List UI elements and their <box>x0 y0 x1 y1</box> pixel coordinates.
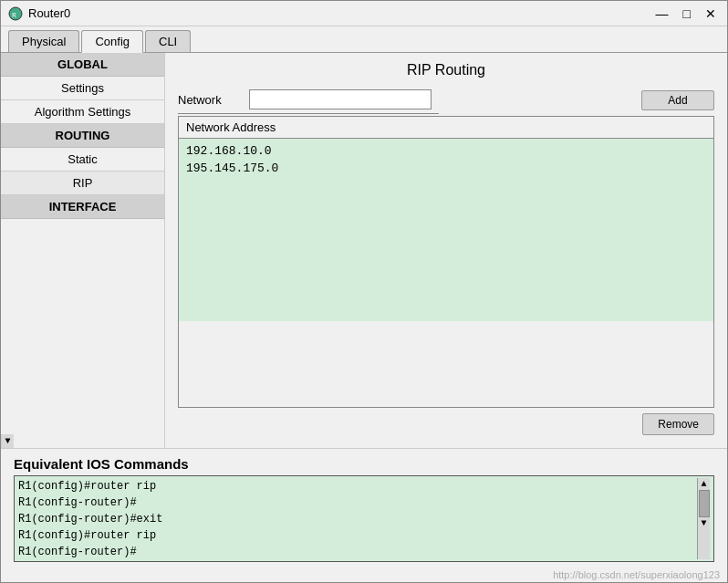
tab-config[interactable]: Config <box>81 30 143 53</box>
ios-line: R1(config-router)# <box>18 495 693 511</box>
ios-scrollbar-thumb[interactable] <box>699 490 710 517</box>
sidebar-item-settings[interactable]: Settings <box>1 77 164 100</box>
title-bar-left: R Router0 <box>8 6 70 21</box>
sidebar-item-algorithm-settings[interactable]: Algorithm Settings <box>1 100 164 124</box>
sidebar-scroll-down-icon[interactable]: ▼ <box>3 434 12 448</box>
tab-cli[interactable]: CLI <box>145 30 191 52</box>
ios-scroll-up-icon[interactable]: ▲ <box>701 478 706 490</box>
watermark: http://blog.csdn.net/superxiaolong123 <box>1 567 727 582</box>
sidebar-header-routing: ROUTING <box>1 124 164 148</box>
network-table-header: Network Address <box>179 117 713 139</box>
sidebar-inner: GLOBAL Settings Algorithm Settings ROUTI… <box>1 53 164 434</box>
remove-button[interactable]: Remove <box>642 413 714 435</box>
sidebar-item-static[interactable]: Static <box>1 148 164 172</box>
ios-commands-text: R1(config)#router rip R1(config-router)#… <box>18 478 693 559</box>
panel-title: RIP Routing <box>178 62 714 78</box>
main-window: R Router0 — □ ✕ Physical Config CLI GLOB… <box>0 0 728 583</box>
ios-line: R1(config-router)# <box>18 544 693 559</box>
close-button[interactable]: ✕ <box>702 7 720 20</box>
main-content: GLOBAL Settings Algorithm Settings ROUTI… <box>1 53 727 448</box>
tab-physical[interactable]: Physical <box>8 30 79 52</box>
title-bar: R Router0 — □ ✕ <box>1 1 727 26</box>
ios-scroll-down-icon[interactable]: ▼ <box>701 517 706 529</box>
ios-scrollbar: ▲ ▼ <box>697 478 710 559</box>
maximize-button[interactable]: □ <box>680 7 694 20</box>
router-icon: R <box>8 6 23 21</box>
right-panel: RIP Routing Network Add Network Address … <box>165 53 727 448</box>
list-item[interactable]: 192.168.10.0 <box>186 142 706 160</box>
network-label: Network <box>178 93 242 107</box>
ios-line: R1(config)#router rip <box>18 527 693 544</box>
ios-line: R1(config)#router rip <box>18 478 693 495</box>
window-controls: — □ ✕ <box>652 7 720 20</box>
tab-bar: Physical Config CLI <box>1 26 727 53</box>
network-table-body: 192.168.10.0 195.145.175.0 <box>179 139 713 321</box>
network-input[interactable] <box>249 89 432 109</box>
window-title: Router0 <box>28 6 70 20</box>
sidebar-header-global: GLOBAL <box>1 53 164 77</box>
ios-commands-box: R1(config)#router rip R1(config-router)#… <box>14 475 714 562</box>
ios-line: R1(config-router)#exit <box>18 511 693 527</box>
sidebar-scrollbar: ▼ <box>1 434 14 448</box>
sidebar-header-interface: INTERFACE <box>1 195 164 219</box>
sidebar: GLOBAL Settings Algorithm Settings ROUTI… <box>1 53 165 448</box>
add-button[interactable]: Add <box>641 90 714 110</box>
ios-commands-title: Equivalent IOS Commands <box>14 456 714 472</box>
network-table: Network Address 192.168.10.0 195.145.175… <box>178 116 714 408</box>
minimize-button[interactable]: — <box>652 7 672 20</box>
sidebar-item-rip[interactable]: RIP <box>1 172 164 195</box>
list-item[interactable]: 195.145.175.0 <box>186 160 706 177</box>
svg-text:R: R <box>12 11 16 19</box>
bottom-section: Equivalent IOS Commands R1(config)#route… <box>1 448 727 567</box>
